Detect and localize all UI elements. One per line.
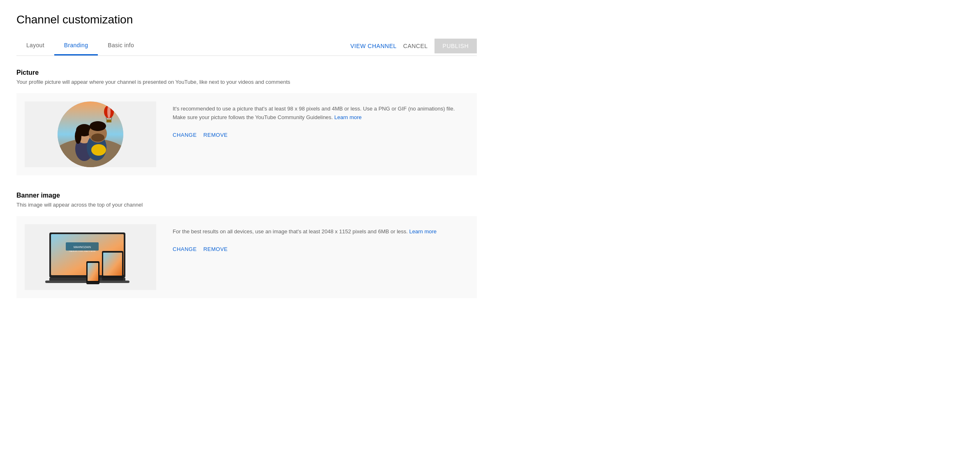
- svg-rect-27: [102, 278, 123, 281]
- profile-picture: [58, 101, 123, 167]
- picture-preview-area: [25, 101, 156, 167]
- tab-layout[interactable]: Layout: [16, 36, 54, 55]
- banner-learn-more-link[interactable]: Learn more: [409, 228, 437, 235]
- picture-section-desc: Your profile picture will appear where y…: [16, 79, 477, 85]
- svg-text:TRAVELER, FOOD, HEALTH MORE: TRAVELER, FOOD, HEALTH MORE: [69, 250, 96, 252]
- view-channel-button[interactable]: VIEW CHANNEL: [350, 43, 397, 49]
- picture-learn-more-link[interactable]: Learn more: [334, 114, 361, 120]
- picture-section: Picture Your profile picture will appear…: [16, 69, 477, 175]
- banner-mockup-svg: MAHNOZAIN TRAVELER, FOOD, HEALTH MORE: [41, 224, 140, 290]
- svg-rect-30: [86, 282, 99, 284]
- banner-remove-button[interactable]: REMOVE: [203, 244, 228, 254]
- top-bar: Layout Branding Basic info VIEW CHANNEL …: [16, 36, 477, 56]
- cancel-button[interactable]: CANCEL: [403, 43, 428, 49]
- svg-point-8: [107, 105, 111, 118]
- picture-info-area: It's recommended to use a picture that's…: [173, 101, 469, 140]
- svg-text:MAHNOZAIN: MAHNOZAIN: [74, 246, 91, 249]
- content: Picture Your profile picture will appear…: [16, 56, 477, 328]
- svg-rect-29: [88, 263, 98, 281]
- header-actions: VIEW CHANNEL CANCEL PUBLISH: [350, 39, 477, 53]
- banner-info-text: For the best results on all devices, use…: [173, 228, 469, 236]
- profile-pic-svg: [58, 101, 123, 167]
- picture-section-title: Picture: [16, 69, 477, 76]
- picture-action-buttons: CHANGE REMOVE: [173, 130, 469, 140]
- picture-change-button[interactable]: CHANGE: [173, 130, 197, 140]
- banner-preview-area: MAHNOZAIN TRAVELER, FOOD, HEALTH MORE: [25, 224, 156, 290]
- svg-point-17: [91, 144, 106, 156]
- svg-point-16: [90, 121, 106, 131]
- picture-section-body: It's recommended to use a picture that's…: [16, 93, 477, 175]
- banner-section-body: MAHNOZAIN TRAVELER, FOOD, HEALTH MORE: [16, 216, 477, 298]
- publish-button[interactable]: PUBLISH: [435, 39, 477, 53]
- picture-info-text: It's recommended to use a picture that's…: [173, 105, 469, 122]
- banner-info-area: For the best results on all devices, use…: [173, 224, 469, 254]
- svg-rect-26: [103, 253, 122, 276]
- svg-point-15: [91, 133, 104, 142]
- picture-remove-button[interactable]: REMOVE: [203, 130, 228, 140]
- tabs-container: Layout Branding Basic info: [16, 36, 144, 55]
- banner-section-desc: This image will appear across the top of…: [16, 202, 477, 208]
- tab-branding[interactable]: Branding: [54, 36, 98, 55]
- banner-section-title: Banner image: [16, 192, 477, 199]
- banner-change-button[interactable]: CHANGE: [173, 244, 197, 254]
- tab-basic-info[interactable]: Basic info: [98, 36, 144, 55]
- page-title: Channel customization: [16, 13, 477, 26]
- banner-action-buttons: CHANGE REMOVE: [173, 244, 469, 254]
- svg-point-12: [75, 129, 81, 144]
- svg-rect-7: [106, 120, 111, 122]
- banner-section: Banner image This image will appear acro…: [16, 192, 477, 298]
